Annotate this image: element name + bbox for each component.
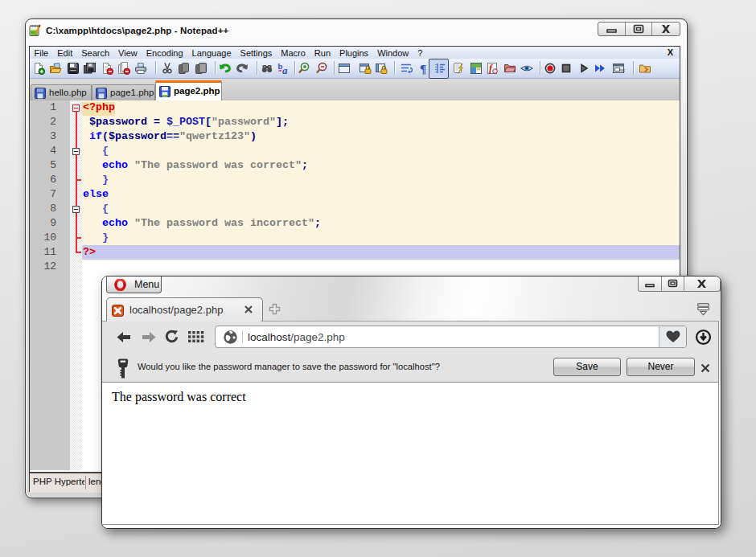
- svg-text:uc: uc: [620, 68, 625, 73]
- svg-text:a: a: [282, 64, 288, 75]
- svg-text:¶: ¶: [420, 63, 426, 76]
